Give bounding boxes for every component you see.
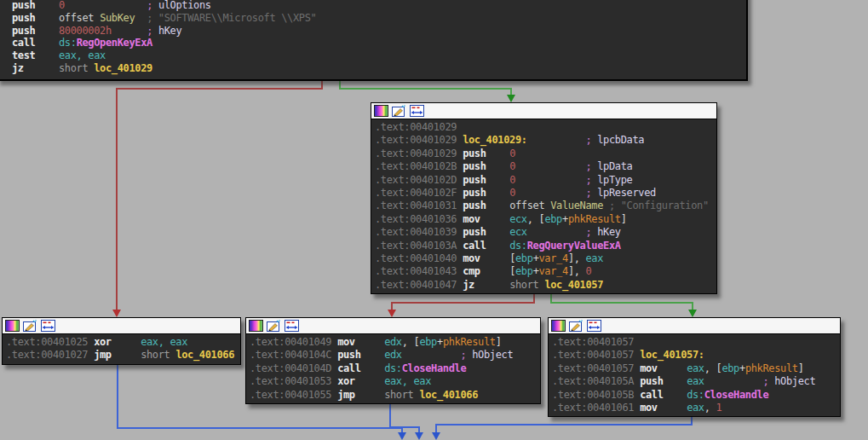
code-token: eax, eax — [141, 336, 187, 348]
code-line[interactable]: .text:00401047 jz short loc_401057 — [375, 279, 716, 292]
code-token — [402, 349, 461, 361]
code-token: hKey — [158, 25, 182, 37]
code-line[interactable]: .text:00401053 xor eax, eax — [250, 375, 540, 388]
disassembly-code[interactable]: .text:00401049 mov edx, [ebp+phkResult].… — [246, 334, 540, 403]
code-line[interactable]: push 80000002h ; hKey — [12, 25, 746, 38]
code-line[interactable]: .text:0040105A push eax ; hObject — [552, 375, 840, 388]
code-token: ], — [568, 252, 586, 264]
code-token: .text:00401047 — [375, 279, 463, 291]
node-loc-401029[interactable]: .text:00401029.text:00401029 loc_401029:… — [371, 102, 717, 294]
code-line[interactable]: push offset SubKey ; "SOFTWARE\\Microsof… — [12, 12, 746, 25]
code-line[interactable]: .text:00401029 — [375, 121, 716, 134]
node-color-icon[interactable] — [249, 320, 263, 332]
code-token: ds: — [509, 240, 527, 252]
code-line[interactable]: jz short loc_401029 — [12, 62, 746, 75]
group-nodes-icon[interactable] — [410, 105, 424, 117]
code-line[interactable]: .text:0040104C push edx ; hObject — [250, 349, 540, 362]
node-color-icon[interactable] — [374, 105, 388, 117]
edit-function-icon[interactable] — [23, 320, 37, 332]
code-line[interactable]: .text:00401057 — [552, 336, 840, 349]
node-color-icon[interactable] — [551, 320, 566, 332]
code-token: ] — [798, 362, 804, 374]
node-color-icon[interactable] — [5, 320, 20, 332]
code-token: jmp — [337, 389, 384, 401]
code-token — [515, 187, 586, 199]
code-token: mov — [463, 213, 509, 225]
code-token: eax — [687, 375, 704, 387]
code-token: call — [12, 37, 59, 49]
code-token: call — [337, 362, 384, 374]
group-nodes-icon[interactable] — [587, 320, 601, 332]
code-line[interactable]: .text:00401061 mov eax, 1 — [552, 402, 840, 414]
code-token: offset — [509, 200, 550, 211]
code-token: phkResult — [568, 213, 621, 225]
code-token: .text:00401055 — [250, 389, 337, 401]
code-line[interactable]: .text:00401031 push offset ValueName ; "… — [375, 200, 716, 212]
code-line[interactable]: push 0 ; ulOptions — [12, 0, 746, 12]
code-line[interactable]: .text:00401049 mov edx, [ebp+phkResult] — [250, 336, 540, 349]
code-token: RegOpenKeyExA — [77, 37, 152, 49]
code-line[interactable]: .text:0040102F push 0 ; lpReserved — [375, 187, 716, 200]
code-token: + — [437, 336, 443, 348]
disassembly-code[interactable]: push 0 ; ulOptionspush offset SubKey ; "… — [0, 0, 746, 75]
code-token: xor — [94, 336, 141, 348]
code-token: ValueName — [550, 200, 603, 211]
code-line[interactable]: call ds:RegOpenKeyExA — [12, 37, 746, 49]
code-token: push — [12, 25, 59, 37]
code-token: .text:00401027 — [6, 349, 94, 361]
code-token: ds: — [687, 389, 704, 401]
code-token: .text:00401057 — [552, 336, 634, 348]
code-line[interactable]: test eax, eax — [12, 49, 746, 62]
code-token: loc_401029 — [94, 62, 152, 74]
code-token: eax — [586, 252, 604, 264]
code-line[interactable]: .text:0040102B push 0 ; lpData — [375, 160, 716, 173]
code-token: .text:00401029 — [375, 121, 457, 133]
code-line[interactable]: .text:00401057 loc_401057: — [552, 349, 840, 362]
code-token: jz — [463, 279, 509, 291]
code-line[interactable]: .text:00401025 xor eax, eax — [6, 336, 240, 349]
code-token: ecx — [509, 213, 527, 225]
node-regopenkey[interactable]: push 0 ; ulOptionspush offset SubKey ; "… — [0, 0, 748, 81]
code-token: hKey — [597, 226, 621, 238]
code-line[interactable]: .text:00401029 push 0 — [375, 148, 716, 160]
code-token: ] — [621, 213, 627, 225]
code-token: 0 — [509, 187, 515, 199]
code-line[interactable]: .text:00401043 cmp [ebp+var_4], 0 — [375, 265, 716, 278]
code-token: ; — [586, 134, 598, 146]
code-line[interactable]: .text:0040102D push 0 ; lpType — [375, 174, 716, 187]
edge-true-to-401057-arrowhead — [688, 310, 697, 317]
node-401049[interactable]: .text:00401049 mov edx, [ebp+phkResult].… — [245, 317, 541, 404]
code-token: ds: — [384, 362, 402, 374]
group-nodes-icon[interactable] — [41, 320, 55, 332]
code-line[interactable]: .text:00401036 mov ecx, [ebp+phkResult] — [375, 213, 716, 226]
edit-function-icon[interactable] — [267, 320, 281, 332]
code-token — [603, 200, 609, 211]
code-token: .text:0040102B — [375, 160, 463, 172]
disassembly-code[interactable]: .text:00401057.text:00401057 loc_401057:… — [549, 334, 840, 416]
code-token: .text:00401061 — [552, 402, 640, 414]
code-token: 0 — [59, 0, 65, 11]
code-line[interactable]: .text:00401039 push ecx ; hKey — [375, 226, 716, 239]
code-line[interactable]: .text:00401027 jmp short loc_401066 — [6, 349, 240, 362]
code-line[interactable]: .text:00401040 mov [ebp+var_4], eax — [375, 252, 716, 265]
code-line[interactable]: .text:00401057 mov eax, [ebp+phkResult] — [552, 362, 840, 375]
edit-function-icon[interactable] — [392, 105, 406, 117]
code-line[interactable]: .text:0040105B call ds:CloseHandle — [552, 389, 840, 402]
code-line[interactable]: .text:00401055 jmp short loc_401066 — [250, 389, 540, 402]
node-loc-401057[interactable]: .text:00401057.text:00401057 loc_401057:… — [548, 317, 841, 417]
code-token: push — [463, 148, 509, 159]
code-token: 80000002h — [59, 25, 112, 37]
code-token: ; — [586, 187, 598, 199]
group-nodes-icon[interactable] — [285, 320, 299, 332]
code-line[interactable]: .text:0040103A call ds:RegQueryValueExA — [375, 240, 716, 252]
code-line[interactable]: .text:00401029 loc_401029: ; lpcbData — [375, 134, 716, 147]
code-token: ulOptions — [158, 0, 211, 11]
code-line[interactable]: .text:0040104D call ds:CloseHandle — [250, 362, 540, 375]
node-401025[interactable]: .text:00401025 xor eax, eax.text:0040102… — [2, 317, 241, 365]
code-token: .text:00401029 — [375, 134, 463, 146]
disassembly-code[interactable]: .text:00401029.text:00401029 loc_401029:… — [371, 119, 716, 293]
edit-function-icon[interactable] — [569, 320, 583, 332]
disassembly-code[interactable]: .text:00401025 xor eax, eax.text:0040102… — [3, 334, 240, 364]
code-token: ; — [763, 375, 775, 387]
graph-view-canvas[interactable]: push 0 ; ulOptionspush offset SubKey ; "… — [0, 0, 868, 440]
